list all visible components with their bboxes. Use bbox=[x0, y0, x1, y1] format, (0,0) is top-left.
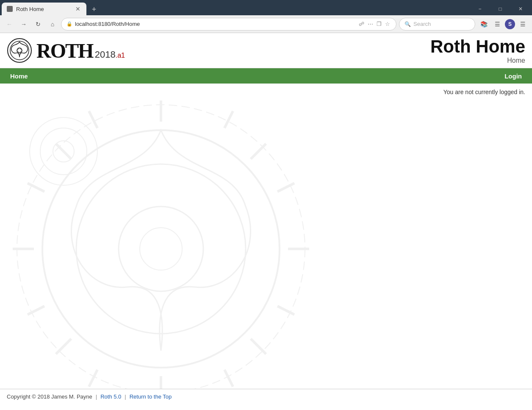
bookmark-icon[interactable]: ☆ bbox=[384, 20, 391, 28]
window-controls: − □ ✕ bbox=[470, 3, 530, 15]
more-icon[interactable]: ⋯ bbox=[367, 20, 374, 28]
svg-point-4 bbox=[76, 164, 246, 334]
site-title-area: Roth Home Home bbox=[430, 36, 525, 64]
svg-line-21 bbox=[28, 306, 44, 315]
minimize-button[interactable]: − bbox=[470, 3, 490, 15]
nav-home-link[interactable]: Home bbox=[5, 69, 33, 83]
tab-title: Roth Home bbox=[16, 6, 71, 12]
logo-version: .a1 bbox=[116, 52, 125, 59]
site-navigation: Home Login bbox=[0, 68, 532, 84]
background-watermark bbox=[0, 84, 532, 389]
svg-line-16 bbox=[224, 111, 233, 128]
footer-separator: | bbox=[96, 393, 97, 400]
svg-line-11 bbox=[56, 144, 71, 159]
footer-top-link[interactable]: Return to the Top bbox=[130, 393, 172, 400]
site-footer: Copyright © 2018 James M. Payne | Roth 5… bbox=[0, 389, 532, 404]
back-button[interactable]: ← bbox=[3, 18, 15, 30]
svg-point-3 bbox=[42, 130, 280, 368]
site-main: You are not currently logged in. bbox=[0, 84, 532, 389]
svg-line-22 bbox=[277, 306, 294, 315]
footer-roth-link[interactable]: Roth 5.0 bbox=[100, 393, 121, 400]
svg-line-17 bbox=[89, 370, 97, 387]
site-subtitle: Home bbox=[430, 57, 525, 64]
restore-button[interactable]: □ bbox=[490, 3, 510, 15]
site-title: Roth Home bbox=[430, 36, 525, 57]
library-button[interactable]: 📚 bbox=[478, 18, 490, 30]
logo-icon bbox=[7, 38, 32, 63]
svg-point-2 bbox=[17, 48, 22, 53]
toolbar: ← → ↻ ⌂ 🔒 localhost:8180/Roth/Home ☍ ⋯ ❐… bbox=[0, 15, 532, 33]
website: ROTH 2018.a1 Roth Home Home Home Login bbox=[0, 33, 532, 404]
sync-account-button[interactable]: S bbox=[505, 19, 515, 29]
active-tab[interactable]: Roth Home ✕ bbox=[2, 3, 86, 15]
tab-bar: Roth Home ✕ + − □ ✕ bbox=[0, 0, 532, 15]
menu-button[interactable]: ☰ bbox=[517, 18, 529, 30]
svg-point-6 bbox=[140, 228, 182, 270]
address-text: localhost:8180/Roth/Home bbox=[75, 21, 355, 27]
svg-line-13 bbox=[56, 339, 71, 354]
svg-line-12 bbox=[251, 144, 266, 159]
footer-copyright: Copyright © 2018 James M. Payne bbox=[7, 393, 92, 400]
sidebar-button[interactable]: ☰ bbox=[491, 18, 503, 30]
security-lock-icon: 🔒 bbox=[66, 21, 72, 27]
logo-brand-name: ROTH bbox=[36, 39, 93, 62]
logo-year: 2018 bbox=[95, 49, 116, 60]
reader-view-icon[interactable]: ☍ bbox=[358, 20, 365, 28]
address-bar[interactable]: 🔒 localhost:8180/Roth/Home ☍ ⋯ ❐ ☆ bbox=[61, 18, 396, 31]
svg-point-5 bbox=[119, 206, 203, 291]
search-bar[interactable]: 🔍 Search bbox=[399, 18, 475, 31]
forward-button[interactable]: → bbox=[18, 18, 30, 30]
pocket-icon[interactable]: ❐ bbox=[376, 20, 382, 28]
logo-text-area: ROTH 2018.a1 bbox=[36, 39, 125, 62]
logo-area: ROTH 2018.a1 bbox=[7, 38, 125, 63]
nav-login-link[interactable]: Login bbox=[499, 69, 527, 83]
browser-chrome: Roth Home ✕ + − □ ✕ ← → ↻ ⌂ 🔒 localhost:… bbox=[0, 0, 532, 33]
svg-line-20 bbox=[277, 183, 294, 192]
tab-close-button[interactable]: ✕ bbox=[75, 5, 81, 13]
search-placeholder: Search bbox=[413, 21, 431, 27]
refresh-button[interactable]: ↻ bbox=[32, 18, 44, 30]
not-logged-in-message: You are not currently logged in. bbox=[0, 84, 532, 100]
footer-separator-2: | bbox=[125, 393, 126, 400]
svg-line-18 bbox=[224, 370, 233, 387]
close-button[interactable]: ✕ bbox=[511, 3, 530, 15]
svg-line-14 bbox=[251, 339, 266, 354]
search-icon: 🔍 bbox=[405, 21, 411, 27]
site-header: ROTH 2018.a1 Roth Home Home bbox=[0, 33, 532, 68]
home-button[interactable]: ⌂ bbox=[47, 18, 58, 30]
new-tab-button[interactable]: + bbox=[88, 3, 100, 15]
address-icons: ☍ ⋯ ❐ ☆ bbox=[358, 20, 391, 28]
svg-line-19 bbox=[28, 183, 44, 192]
tab-favicon bbox=[7, 6, 13, 12]
svg-line-15 bbox=[89, 111, 97, 128]
toolbar-right: 📚 ☰ S ☰ bbox=[478, 18, 529, 30]
